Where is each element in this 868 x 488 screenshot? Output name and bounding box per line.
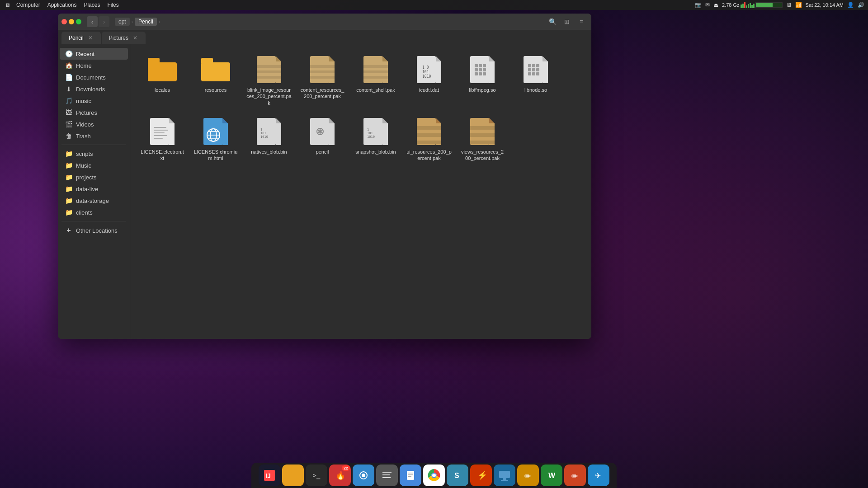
- sidebar-item-trash[interactable]: 🗑 Trash: [60, 130, 128, 142]
- topbar-applications[interactable]: Applications: [47, 2, 77, 8]
- sidebar-item-data-live[interactable]: 📁 data-live: [60, 183, 128, 195]
- sidebar-item-videos[interactable]: 🎬 Videos: [60, 118, 128, 130]
- sidebar-item-documents[interactable]: 📄 Documents: [60, 71, 128, 83]
- svg-rect-47: [532, 68, 535, 71]
- svg-rect-58: [154, 135, 167, 136]
- datetime: Sat 22, 10:14 AM: [806, 2, 844, 8]
- mem-bar-bg: [755, 2, 783, 8]
- dock-item-telegram[interactable]: ✈: [588, 465, 609, 486]
- file-item-blink-pak[interactable]: blink_image_resources_200_percent.pak: [244, 52, 294, 110]
- file-item-resources[interactable]: resources: [191, 52, 241, 110]
- file-item-content-res-pak[interactable]: content_resources_200_percent.pak: [297, 52, 347, 110]
- file-item-libnode[interactable]: libnode.so: [511, 52, 561, 110]
- tab-pencil[interactable]: Pencil ✕: [61, 32, 101, 44]
- search-button[interactable]: 🔍: [546, 15, 559, 28]
- file-item-licenses-chromium[interactable]: LICENSES.chromium.html: [191, 113, 241, 165]
- user-icon[interactable]: 👤: [847, 2, 854, 8]
- dock-item-shutter[interactable]: [353, 465, 374, 486]
- dock-item-pencil-app[interactable]: ✏: [564, 465, 586, 486]
- forward-button[interactable]: ›: [99, 16, 109, 27]
- file-item-libffmpeg[interactable]: libffmpeg.so: [458, 52, 507, 110]
- svg-marker-86: [436, 118, 441, 123]
- topbar: 🖥 Computer Applications Places Files 📷 ✉…: [0, 0, 868, 10]
- file-item-icudtl[interactable]: 1 0 101 1010 icudtl.dat: [404, 52, 454, 110]
- svg-rect-56: [154, 130, 168, 131]
- volume-icon[interactable]: 🔊: [858, 2, 864, 8]
- email-icon[interactable]: ✉: [705, 2, 710, 8]
- svg-text:101: 101: [422, 70, 429, 74]
- svg-rect-94: [470, 126, 495, 130]
- minimize-button[interactable]: [69, 19, 74, 24]
- topbar-computer[interactable]: Computer: [16, 2, 40, 8]
- sidebar-item-projects[interactable]: 📁 projects: [60, 171, 128, 183]
- breadcrumb-opt[interactable]: opt: [115, 18, 130, 26]
- dock-item-chrome[interactable]: [423, 465, 445, 486]
- dock-item-bezier[interactable]: ✏: [517, 465, 539, 486]
- sidebar-item-downloads[interactable]: ⬇ Downloads: [60, 83, 128, 95]
- dock-item-simplenote[interactable]: S: [447, 465, 468, 486]
- file-name-resources: resources: [205, 87, 226, 93]
- sidebar-item-home[interactable]: 🏠 Home: [60, 60, 128, 71]
- file-item-locales[interactable]: locales: [137, 52, 187, 110]
- back-button[interactable]: ‹: [87, 16, 98, 27]
- svg-rect-4: [257, 56, 276, 83]
- sidebar-item-music[interactable]: 🎵 music: [60, 95, 128, 107]
- sidebar-item-pictures[interactable]: 🖼 Pictures: [60, 107, 128, 118]
- file-name-natives-blob: natives_blob.bin: [251, 149, 287, 155]
- svg-rect-15: [310, 76, 335, 79]
- svg-text:1010: 1010: [367, 135, 375, 139]
- dock-item-files[interactable]: [282, 465, 304, 486]
- sidebar-item-scripts[interactable]: 📁 scripts: [60, 148, 128, 160]
- tab-pictures-close[interactable]: ✕: [132, 34, 138, 42]
- svg-rect-52: [150, 118, 169, 145]
- sidebar-item-music2[interactable]: 📁 Music: [60, 160, 128, 171]
- dock-item-carbon[interactable]: [376, 465, 398, 486]
- topbar-places[interactable]: Places: [84, 2, 100, 8]
- topbar-right: 📷 ✉ ⏏ 2.78 Gz 🖥 📶 Sat 22, 10:14 AM 👤 🔊: [695, 2, 864, 8]
- svg-rect-89: [417, 133, 441, 137]
- svg-rect-46: [528, 68, 531, 71]
- dock: IJ >_ 🔥 22: [251, 463, 617, 488]
- svg-rect-36: [483, 68, 486, 71]
- svg-text:1010: 1010: [422, 75, 431, 79]
- dock-item-terminal[interactable]: >_: [306, 465, 327, 486]
- close-button[interactable]: [61, 19, 67, 24]
- sidebar-label-downloads: Downloads: [76, 86, 105, 93]
- file-icon-natives-blob: 1 101 1010: [255, 117, 283, 146]
- file-item-natives-blob[interactable]: 1 101 1010 natives_blob.bin: [244, 113, 294, 165]
- breadcrumb-pencil[interactable]: Pencil: [135, 18, 157, 26]
- file-item-pencil-exe[interactable]: pencil: [297, 113, 347, 165]
- tab-pencil-close[interactable]: ✕: [87, 34, 94, 42]
- sidebar-item-recent[interactable]: 🕐 Recent: [60, 48, 128, 60]
- view-toggle-button[interactable]: ⊞: [561, 15, 573, 28]
- file-name-locales: locales: [155, 87, 170, 93]
- svg-rect-48: [536, 68, 539, 71]
- file-item-content-shell-pak[interactable]: content_shell.pak: [351, 52, 401, 110]
- sidebar-item-clients[interactable]: 📁 clients: [60, 206, 128, 218]
- file-item-ui-resources-pak[interactable]: ui_resources_200_percent.pak: [404, 113, 454, 165]
- dock-item-wps[interactable]: W: [541, 465, 562, 486]
- file-name-icudtl: icudtl.dat: [419, 87, 439, 93]
- camera-icon[interactable]: 📷: [695, 2, 702, 8]
- file-icon-license: [148, 117, 177, 146]
- file-name-libnode: libnode.so: [524, 87, 547, 93]
- maximize-button[interactable]: [76, 19, 81, 24]
- tab-pictures[interactable]: Pictures ✕: [102, 32, 146, 44]
- sidebar-item-data-storage[interactable]: 📁 data-storage: [60, 195, 128, 206]
- wifi-icon[interactable]: 📶: [795, 2, 802, 8]
- sidebar-item-other-locations[interactable]: + Other Locations: [60, 224, 128, 237]
- dock-item-jetbrains[interactable]: IJ: [259, 465, 280, 486]
- dock-item-writer[interactable]: [400, 465, 421, 486]
- eject-icon[interactable]: ⏏: [713, 2, 718, 8]
- dock-item-filezilla[interactable]: ⚡: [470, 465, 492, 486]
- svg-rect-10: [310, 56, 329, 83]
- file-item-snapshot-blob[interactable]: 1 101 1010 snapshot_blob.bin: [351, 113, 401, 165]
- dock-item-remmina[interactable]: [494, 465, 515, 486]
- svg-rect-32: [479, 64, 482, 67]
- dock-item-flux[interactable]: 🔥 22: [329, 465, 351, 486]
- menu-button[interactable]: ≡: [575, 15, 588, 28]
- monitor-icon[interactable]: 🖥: [786, 2, 792, 8]
- file-item-license[interactable]: LICENSE.electron.txt: [137, 113, 187, 165]
- topbar-files[interactable]: Files: [107, 2, 118, 8]
- file-item-views-resources-pak[interactable]: views_resources_200_percent.pak: [458, 113, 507, 165]
